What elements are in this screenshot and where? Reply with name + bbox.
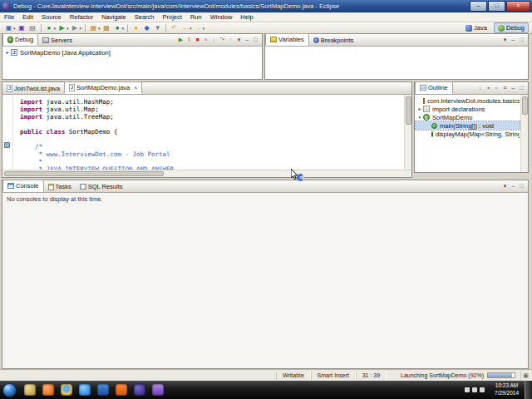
editor-tab-sortmapdemo[interactable]: SortMapDemo.java ×	[64, 81, 142, 94]
editor-tab-jointwolist[interactable]: JoinTwoList.java	[2, 83, 64, 94]
view-menu-icon[interactable]: ▾	[235, 36, 243, 44]
menu-file[interactable]: File	[0, 13, 18, 21]
screen-recorder-icon[interactable]	[152, 384, 164, 396]
twistie-icon[interactable]: ►	[4, 50, 11, 55]
sort-icon[interactable]: ↓	[476, 84, 484, 92]
hide-static-icon[interactable]: ▫	[493, 84, 500, 92]
outline-view-tab[interactable]: Outline	[415, 81, 453, 94]
firefox-icon[interactable]	[42, 384, 54, 396]
mark-occurrences-icon[interactable]: ▼	[153, 23, 162, 32]
window-titlebar[interactable]: Debug - CoreJavaInterview-InterviewDot/s…	[0, 0, 532, 12]
scrollbar-thumb[interactable]	[4, 171, 164, 176]
external-tools-icon[interactable]: ▶	[71, 23, 80, 32]
dropdown-arrow-icon[interactable]: ▾	[66, 26, 69, 31]
menu-window[interactable]: Window	[206, 13, 237, 21]
tasks-view-tab[interactable]: Tasks	[44, 181, 76, 192]
vlc-icon[interactable]	[116, 384, 127, 396]
network-icon[interactable]	[472, 387, 477, 392]
scrollbar-thumb[interactable]	[522, 96, 528, 115]
code-line[interactable]	[20, 121, 404, 128]
menu-edit[interactable]: Edit	[18, 13, 37, 21]
last-edit-location-icon[interactable]: ↶	[170, 23, 179, 32]
dropdown-arrow-icon[interactable]: ▾	[80, 26, 82, 31]
menu-search[interactable]: Search	[131, 13, 159, 21]
tree-item[interactable]: com.InterviewDot.modules.basics	[416, 96, 520, 105]
new-wizard-icon[interactable]: ▣	[4, 23, 13, 32]
breakpoints-view-tab[interactable]: Breakpoints	[309, 35, 358, 46]
code-lines[interactable]: import java.util.HashMap;import java.uti…	[13, 95, 404, 170]
minimize-view-icon[interactable]: –	[510, 36, 517, 44]
step-over-icon[interactable]: ↷	[219, 36, 226, 44]
media-player-icon[interactable]	[97, 384, 109, 396]
console-view-tab[interactable]: Console	[2, 180, 44, 192]
new-package-icon[interactable]: ▦	[102, 23, 111, 32]
scrollbar-thumb[interactable]	[406, 96, 411, 125]
twistie-icon[interactable]: ▼	[416, 115, 423, 120]
terminate-icon[interactable]: ■	[194, 36, 201, 44]
maximize-view-icon[interactable]: □	[518, 36, 525, 44]
action-center-icon[interactable]	[465, 387, 470, 392]
start-button[interactable]	[2, 383, 17, 397]
save-icon[interactable]: ▣	[17, 23, 27, 32]
menu-navigate[interactable]: Navigate	[97, 13, 131, 21]
menu-help[interactable]: Help	[236, 13, 257, 21]
search-icon[interactable]: ●	[131, 23, 140, 32]
taskbar-clock[interactable]: 10:23 AM 7/29/2014	[495, 382, 519, 397]
dropdown-arrow-icon[interactable]: ▾	[122, 26, 125, 31]
editor-horizontal-scrollbar[interactable]	[2, 170, 411, 177]
resume-icon[interactable]: ▶	[177, 36, 185, 44]
view-menu-icon[interactable]: ▾	[501, 36, 509, 44]
tree-item[interactable]: ►import declarations	[416, 105, 520, 113]
minimize-view-icon[interactable]: –	[510, 84, 517, 92]
maximize-view-icon[interactable]: □	[252, 36, 259, 44]
menu-refactor[interactable]: Refactor	[66, 13, 97, 21]
hide-fields-icon[interactable]: ▪	[485, 84, 492, 92]
twistie-icon[interactable]: ►	[416, 106, 423, 111]
debug-icon[interactable]: ●	[45, 23, 54, 32]
editor-vertical-scrollbar[interactable]	[404, 95, 411, 170]
volume-icon[interactable]	[480, 387, 485, 392]
dropdown-arrow-icon[interactable]: ▾	[190, 26, 192, 31]
new-class-icon[interactable]: ●	[113, 23, 122, 32]
outline-scrollbar[interactable]	[520, 95, 528, 172]
sql-results-view-tab[interactable]: SQL Results	[76, 181, 127, 192]
code-line[interactable]: import java.util.HashMap;	[20, 98, 404, 106]
suspend-icon[interactable]: ‖	[185, 36, 193, 44]
code-line[interactable]	[20, 135, 404, 143]
minimize-button[interactable]: –	[470, 1, 487, 12]
background-jobs-icon[interactable]: ▣	[520, 372, 530, 380]
tree-item[interactable]: ►SortMapDemo [Java Application]	[3, 48, 261, 57]
step-return-icon[interactable]: ↑	[227, 36, 234, 44]
internet-explorer-icon[interactable]	[79, 384, 91, 396]
dropdown-arrow-icon[interactable]: ▾	[13, 26, 16, 31]
maximize-view-icon[interactable]: □	[518, 84, 525, 92]
back-icon[interactable]: ←	[180, 23, 190, 32]
debug-view-tab[interactable]: Debug	[2, 33, 38, 46]
code-line[interactable]: *	[20, 158, 404, 165]
print-icon[interactable]: ▤	[28, 23, 37, 32]
maximize-view-icon[interactable]: □	[518, 182, 525, 190]
step-into-icon[interactable]: ↓	[210, 36, 218, 44]
dropdown-arrow-icon[interactable]: ▾	[54, 26, 57, 31]
chrome-icon[interactable]	[61, 384, 72, 396]
menu-project[interactable]: Project	[159, 13, 186, 21]
menu-source[interactable]: Source	[37, 13, 66, 21]
hide-non-public-icon[interactable]: ≡	[501, 84, 509, 92]
close-tab-icon[interactable]: ×	[134, 85, 137, 91]
editor-gutter[interactable]	[2, 95, 13, 170]
code-line[interactable]: /*	[20, 143, 404, 150]
variables-view-tab[interactable]: Variables	[265, 33, 309, 46]
dropdown-arrow-icon[interactable]: ▾	[203, 26, 205, 31]
minimize-view-icon[interactable]: –	[510, 182, 517, 190]
dropdown-arrow-icon[interactable]: ▾	[98, 26, 101, 31]
windows-explorer-icon[interactable]	[24, 384, 36, 396]
code-line[interactable]: import java.util.Map;	[20, 106, 404, 113]
view-menu-icon[interactable]: ▾	[501, 182, 509, 190]
close-button[interactable]: ×	[506, 1, 530, 12]
minimize-view-icon[interactable]: –	[244, 36, 251, 44]
run-icon[interactable]: ▶	[57, 23, 66, 32]
menu-run[interactable]: Run	[186, 13, 206, 21]
code-line[interactable]: * www.InterviewDot.com - Job Portal	[20, 150, 404, 158]
maximize-button[interactable]: □	[488, 1, 505, 12]
servers-view-tab[interactable]: Servers	[38, 35, 76, 46]
